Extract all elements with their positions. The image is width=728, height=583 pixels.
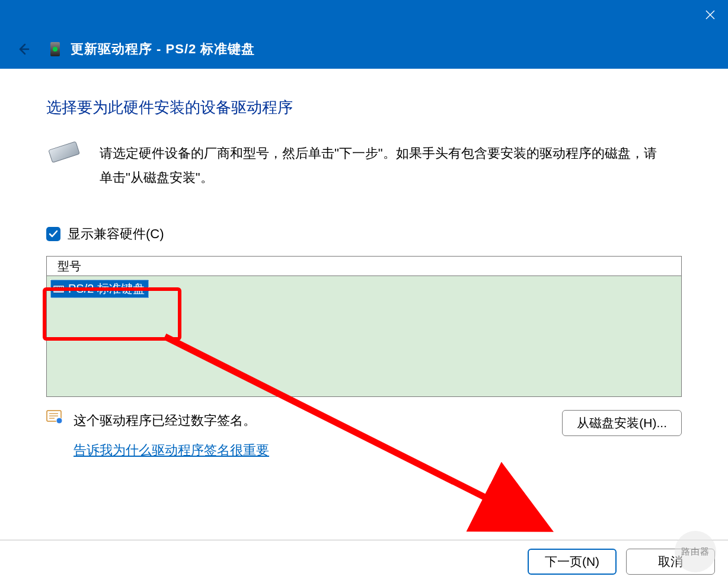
dialog-title: 更新驱动程序 - PS/2 标准键盘 [71,40,255,58]
svg-rect-8 [60,287,61,288]
back-button[interactable] [17,43,30,56]
dialog-header: 更新驱动程序 - PS/2 标准键盘 [0,30,728,69]
svg-rect-5 [55,287,56,288]
titlebar [0,0,728,30]
svg-rect-9 [62,287,63,288]
signature-text-block: 这个驱动程序已经过数字签名。 告诉我为什么驱动程序签名很重要 [74,410,269,460]
signature-info-link[interactable]: 告诉我为什么驱动程序签名很重要 [74,440,269,460]
show-compatible-label: 显示兼容硬件(C) [68,225,164,243]
cancel-button[interactable]: 取消 [626,549,715,575]
hardware-card-icon [46,142,84,162]
svg-rect-10 [56,290,62,291]
dialog-footer: 下一页(N) 取消 [0,540,728,583]
list-item-label: PS/2 标准键盘 [68,281,145,297]
dialog-window: 更新驱动程序 - PS/2 标准键盘 选择要为此硬件安装的设备驱动程序 请选定硬… [0,0,728,583]
svg-rect-7 [58,287,59,288]
close-icon [705,10,715,20]
instruction-row: 请选定硬件设备的厂商和型号，然后单击"下一步"。如果手头有包含要安装的驱动程序的… [46,142,682,190]
dialog-content: 选择要为此硬件安装的设备驱动程序 请选定硬件设备的厂商和型号，然后单击"下一步"… [0,69,728,460]
device-icon [50,42,60,56]
certificate-icon [46,410,63,424]
keyboard-icon [53,284,65,294]
column-header-model[interactable]: 型号 [47,257,681,276]
instruction-text: 请选定硬件设备的厂商和型号，然后单击"下一步"。如果手头有包含要安装的驱动程序的… [100,142,669,190]
svg-rect-3 [49,142,79,163]
close-button[interactable] [692,0,728,30]
install-from-disk-button[interactable]: 从磁盘安装(H)... [562,410,682,436]
model-listbox[interactable]: 型号 PS/2 标准键盘 [46,256,682,397]
signature-row: 这个驱动程序已经过数字签名。 告诉我为什么驱动程序签名很重要 从磁盘安装(H).… [46,410,682,460]
next-button[interactable]: 下一页(N) [528,549,617,575]
section-heading: 选择要为此硬件安装的设备驱动程序 [46,97,682,118]
show-compatible-row[interactable]: 显示兼容硬件(C) [46,225,682,243]
list-item-ps2-keyboard[interactable]: PS/2 标准键盘 [50,280,149,298]
back-arrow-icon [17,43,30,56]
signature-text: 这个驱动程序已经过数字签名。 [74,410,269,431]
svg-point-15 [56,418,62,424]
svg-rect-6 [56,287,58,288]
show-compatible-checkbox[interactable] [46,227,60,241]
svg-rect-4 [53,285,65,293]
check-icon [49,229,58,239]
